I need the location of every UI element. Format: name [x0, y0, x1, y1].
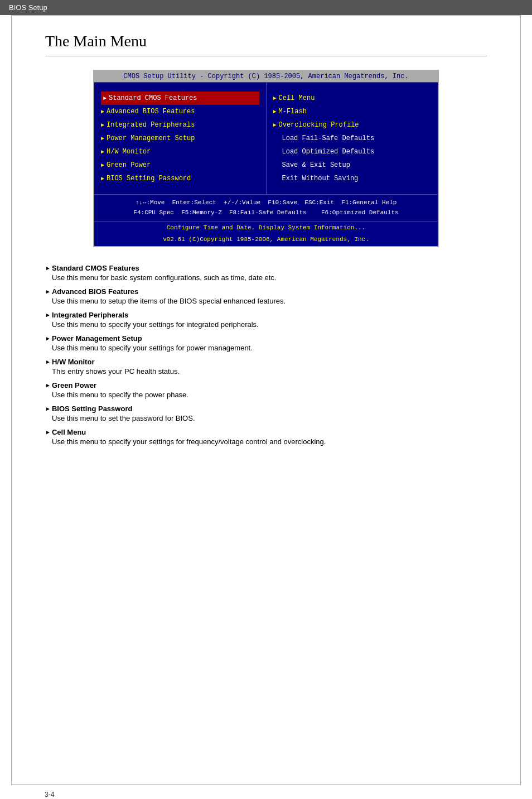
desc-title-hw-monitor: ►H/W Monitor [45, 358, 487, 366]
header-title: BIOS Setup [9, 3, 47, 12]
page-header: BIOS Setup [0, 0, 532, 15]
desc-item-green-power: ►Green PowerUse this menu to specify the… [45, 381, 487, 399]
page-number: 3-4 [45, 791, 54, 798]
desc-text-standard-cmos: Use this menu for basic system configura… [52, 273, 487, 282]
desc-title-integrated-peripherals: ►Integrated Peripherals [45, 311, 487, 319]
bios-title-bar: CMOS Setup Utility - Copyright (C) 1985-… [94, 71, 438, 82]
bios-left-item-standard-cmos[interactable]: ► Standard CMOS Features [101, 92, 259, 105]
desc-item-cell-menu: ►Cell MenuUse this menu to specify your … [45, 428, 487, 446]
desc-arrow-icon: ► [45, 406, 51, 412]
desc-arrow-icon: ► [45, 382, 51, 388]
bios-right-item-m-flash[interactable]: ► M-Flash [273, 105, 432, 118]
bios-left-item-advanced-bios[interactable]: ► Advanced BIOS Features [101, 105, 259, 118]
bios-right-item-cell-menu[interactable]: ► Cell Menu [273, 92, 432, 105]
desc-item-power-management: ►Power Management SetupUse this menu to … [45, 334, 487, 352]
desc-title-cell-menu: ►Cell Menu [45, 428, 487, 436]
bios-right-item-load-failsafe[interactable]: Load Fail-Safe Defaults [273, 132, 432, 145]
bios-nav-line2: F4:CPU Spec F5:Memory-Z F8:Fail-Safe Def… [100, 208, 432, 218]
bios-right-menu: ► Cell Menu► M-Flash► Overclocking Profi… [267, 83, 438, 194]
desc-title-bios-password: ►BIOS Setting Password [45, 405, 487, 413]
desc-text-integrated-peripherals: Use this menu to specify your settings f… [52, 320, 487, 329]
desc-arrow-icon: ► [45, 288, 51, 295]
bios-footer-copy: v02.61 (C)Copyright 1985-2006, American … [94, 234, 438, 246]
desc-item-bios-password: ►BIOS Setting PasswordUse this menu to s… [45, 405, 487, 422]
desc-arrow-icon: ► [45, 429, 51, 435]
desc-title-advanced-bios: ►Advanced BIOS Features [45, 287, 487, 296]
desc-title-green-power: ►Green Power [45, 381, 487, 389]
bios-nav-line1: ↑↓↔:Move Enter:Select +/-/:Value F10:Sav… [100, 198, 432, 208]
desc-title-power-management: ►Power Management Setup [45, 334, 487, 343]
bios-left-item-green-power[interactable]: ► Green Power [101, 158, 259, 172]
desc-arrow-icon: ► [45, 359, 51, 365]
bios-right-item-exit-without-saving[interactable]: Exit Without Saving [273, 172, 432, 185]
page-title: The Main Menu [45, 32, 487, 56]
desc-arrow-icon: ► [45, 312, 51, 318]
page-footer: 3-4 [0, 785, 532, 799]
desc-text-hw-monitor: This entry shows your PC health status. [52, 367, 487, 376]
bios-right-item-save-exit[interactable]: Save & Exit Setup [273, 158, 432, 172]
bios-main-area: ► Standard CMOS Features► Advanced BIOS … [94, 82, 438, 194]
bios-screen: CMOS Setup Utility - Copyright (C) 1985-… [93, 70, 439, 247]
bios-footer-info: Configure Time and Date. Display System … [94, 221, 438, 234]
desc-text-green-power: Use this menu to specify the power phase… [52, 391, 487, 399]
bios-right-item-overclocking-profile[interactable]: ► Overclocking Profile [273, 118, 432, 132]
bios-left-item-hw-monitor[interactable]: ► H/W Monitor [101, 145, 259, 158]
bios-left-item-bios-password[interactable]: ► BIOS Setting Password [101, 172, 259, 185]
desc-item-standard-cmos: ►Standard CMOS FeaturesUse this menu for… [45, 264, 487, 282]
page-content: The Main Menu CMOS Setup Utility - Copyr… [11, 15, 521, 785]
desc-item-integrated-peripherals: ►Integrated PeripheralsUse this menu to … [45, 311, 487, 329]
bios-left-item-power-management[interactable]: ► Power Management Setup [101, 132, 259, 145]
desc-item-hw-monitor: ►H/W MonitorThis entry shows your PC hea… [45, 358, 487, 376]
desc-arrow-icon: ► [45, 265, 51, 271]
desc-item-advanced-bios: ►Advanced BIOS FeaturesUse this menu to … [45, 287, 487, 305]
desc-text-bios-password: Use this menu to set the password for BI… [52, 414, 487, 422]
bios-right-item-load-optimized[interactable]: Load Optimized Defaults [273, 145, 432, 158]
desc-text-cell-menu: Use this menu to specify your settings f… [52, 437, 487, 446]
bios-footer-nav: ↑↓↔:Move Enter:Select +/-/:Value F10:Sav… [94, 194, 438, 221]
bios-left-item-integrated-peripherals[interactable]: ► Integrated Peripherals [101, 118, 259, 132]
description-list: ►Standard CMOS FeaturesUse this menu for… [45, 264, 487, 446]
desc-text-advanced-bios: Use this menu to setup the items of the … [52, 297, 487, 305]
desc-title-standard-cmos: ►Standard CMOS Features [45, 264, 487, 272]
bios-left-menu: ► Standard CMOS Features► Advanced BIOS … [94, 83, 267, 194]
desc-arrow-icon: ► [45, 335, 51, 341]
desc-text-power-management: Use this menu to specify your settings f… [52, 344, 487, 352]
